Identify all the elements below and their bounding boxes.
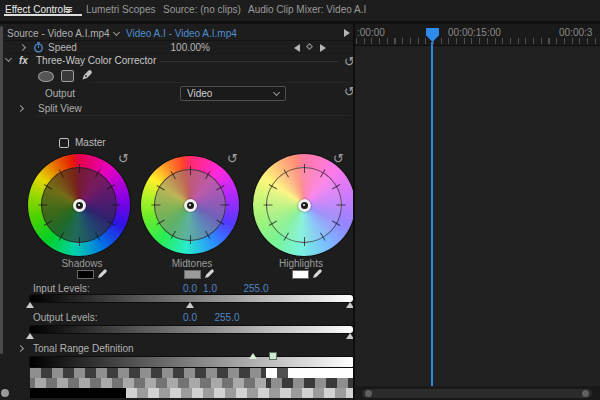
ruler-label: :00:00	[357, 27, 385, 38]
output-black-value[interactable]: 0.0	[180, 312, 200, 323]
midtones-color-wheel[interactable]	[141, 156, 239, 254]
previous-keyframe-icon[interactable]	[294, 44, 300, 52]
active-clip-label[interactable]: Video A.I - Video A.I.mp4	[126, 28, 237, 39]
highlights-color-swatch[interactable]	[292, 270, 309, 279]
shadows-wheel-puck[interactable]	[73, 199, 86, 212]
ruler-ticks	[356, 38, 600, 44]
shadows-color-wheel[interactable]	[28, 154, 130, 256]
tonal-range-gradient-bar[interactable]	[30, 357, 353, 367]
wheel-tick	[264, 205, 273, 206]
chevron-right-icon[interactable]	[17, 105, 24, 112]
timeline-horizontal-scrollbar[interactable]	[362, 389, 592, 398]
playhead-line[interactable]	[431, 42, 433, 386]
tonal-preview-segment	[266, 378, 353, 388]
output-label: Output	[45, 88, 75, 99]
effect-controls-content: Source - Video A.I.mp4 Video A.I - Video…	[0, 24, 354, 400]
input-levels-gradient-bar[interactable]	[30, 295, 353, 302]
output-black-handle[interactable]	[26, 333, 34, 339]
next-keyframe-icon[interactable]	[320, 44, 326, 52]
output-dropdown-value: Video	[187, 88, 212, 99]
premiere-effect-controls-panel: Effect Controls ≡ Lumetri Scopes Source:…	[0, 0, 600, 400]
pen-mask-icon[interactable]	[80, 68, 94, 82]
timeline-expand-icon[interactable]	[344, 29, 350, 37]
master-checkbox[interactable]	[59, 138, 69, 148]
tonal-highlight-softness-handle[interactable]	[269, 352, 277, 360]
tab-lumetri-scopes[interactable]: Lumetri Scopes	[86, 4, 155, 15]
chevron-down-icon[interactable]	[5, 55, 12, 62]
output-dropdown[interactable]: Video	[180, 86, 286, 101]
panel-tab-bar: Effect Controls ≡ Lumetri Scopes Source:…	[0, 0, 600, 22]
output-levels-label: Output Levels:	[33, 312, 97, 323]
divider	[90, 82, 350, 83]
reset-shadows-icon[interactable]: ↺	[118, 152, 129, 165]
scrollbar-left-knob[interactable]	[365, 390, 372, 397]
tonal-preview-segment	[30, 388, 126, 398]
input-white-value[interactable]: 255.0	[241, 283, 271, 294]
highlights-wheel-puck[interactable]	[298, 199, 311, 212]
input-gamma-value[interactable]: 1.0	[201, 283, 219, 294]
tonal-preview-segment	[288, 368, 353, 378]
chevron-down-icon	[273, 89, 280, 96]
effect-title[interactable]: Three-Way Color Corrector	[36, 55, 156, 66]
wheel-tick	[190, 166, 191, 175]
ruler-label: 00:00:3	[559, 27, 592, 38]
speed-property-label: Speed	[48, 42, 77, 53]
active-tab-underline	[4, 14, 82, 16]
input-levels-label: Input Levels:	[33, 283, 90, 294]
timeline-ruler[interactable]: :00:00 00:00:15:00 00:00:3	[355, 24, 600, 46]
output-white-value[interactable]: 255.0	[212, 312, 242, 323]
toggle-animation-stopwatch-icon[interactable]	[33, 42, 44, 53]
tonal-highlight-threshold-handle[interactable]	[249, 353, 257, 359]
master-checkbox-label[interactable]: Master	[75, 137, 106, 148]
source-clip-label[interactable]: Source - Video A.I.mp4	[7, 28, 110, 39]
chevron-right-icon[interactable]	[17, 345, 24, 352]
wheel-tick	[337, 205, 346, 206]
tab-source[interactable]: Source: (no clips)	[163, 4, 241, 15]
divider	[35, 115, 350, 116]
input-gamma-handle[interactable]	[186, 302, 194, 308]
input-black-value[interactable]: 0.0	[180, 283, 200, 294]
tonal-preview-row	[30, 368, 353, 378]
tonal-preview-segment	[30, 368, 266, 378]
tonal-preview-segment	[266, 368, 288, 378]
output-levels-gradient-bar[interactable]	[30, 326, 353, 333]
speed-value[interactable]: 100.00%	[158, 42, 210, 53]
highlights-eyedropper-icon[interactable]	[312, 267, 324, 279]
shadows-color-swatch[interactable]	[77, 270, 94, 279]
wheel-tick	[190, 235, 191, 244]
wheel-tick	[79, 237, 80, 246]
reset-midtones-icon[interactable]: ↺	[227, 152, 238, 165]
wheel-tick	[304, 164, 305, 173]
highlights-color-wheel[interactable]	[253, 154, 354, 256]
midtones-wheel-puck[interactable]	[184, 199, 197, 212]
horizontal-scrollbar-knob[interactable]	[1, 389, 9, 397]
wheel-tick	[152, 205, 161, 206]
vertical-scrollbar[interactable]	[0, 26, 3, 354]
tonal-preview-row	[30, 378, 353, 388]
wheel-tick	[221, 205, 230, 206]
chevron-right-icon[interactable]	[19, 44, 26, 51]
add-keyframe-icon[interactable]	[306, 43, 313, 50]
midtones-eyedropper-icon[interactable]	[204, 267, 216, 279]
tonal-preview-segment	[126, 388, 353, 398]
input-black-handle[interactable]	[26, 302, 34, 308]
fx-badge-icon: fx	[19, 55, 28, 66]
scrollbar-right-knob[interactable]	[582, 390, 589, 397]
chevron-down-icon[interactable]	[113, 29, 120, 36]
rectangle-mask-icon[interactable]	[61, 70, 74, 82]
shadows-eyedropper-icon[interactable]	[97, 267, 109, 279]
divider	[0, 40, 354, 41]
split-view-label[interactable]: Split View	[38, 103, 82, 114]
wheel-tick	[39, 205, 48, 206]
wheel-tick	[304, 237, 305, 246]
wheel-tick	[79, 164, 80, 173]
midtones-color-swatch[interactable]	[184, 270, 201, 279]
tab-audio-clip-mixer[interactable]: Audio Clip Mixer: Video A.I	[248, 4, 366, 15]
divider	[0, 53, 354, 54]
effect-timeline: :00:00 00:00:15:00 00:00:3	[355, 24, 600, 400]
ellipse-mask-icon[interactable]	[38, 71, 54, 82]
tonal-range-definition-label[interactable]: Tonal Range Definition	[33, 343, 134, 354]
tonal-preview-segment	[30, 378, 266, 388]
reset-highlights-icon[interactable]: ↺	[333, 152, 344, 165]
wheel-tick	[112, 205, 121, 206]
